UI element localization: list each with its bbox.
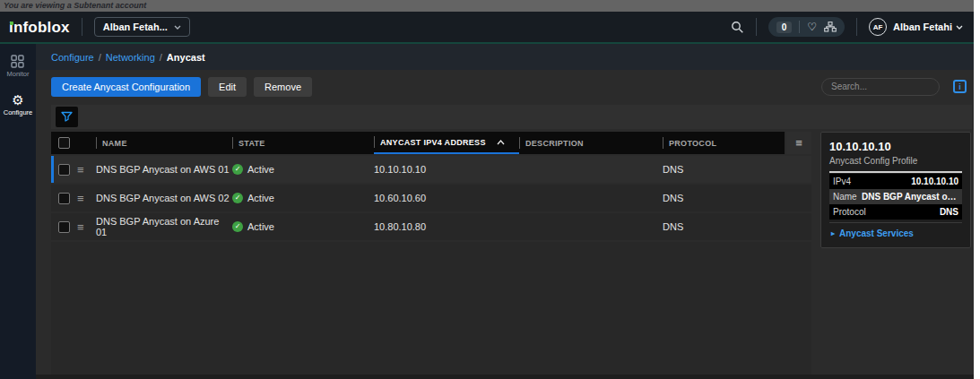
logo-green-dot: [10, 22, 13, 25]
notification-count-badge[interactable]: 0: [776, 22, 793, 33]
row-controls-cell: ≡: [51, 185, 96, 211]
row-menu-icon[interactable]: ≡: [77, 164, 84, 176]
table-body: ≡ DNS BGP Anycast on AWS 01 ✓ Active 10.…: [51, 156, 811, 240]
cell-description: [519, 156, 663, 183]
main-content: Configure / Networking / Anycast Create …: [36, 44, 974, 379]
user-name: Alban Fetahi: [893, 22, 952, 32]
detail-field-ipv4: IPv4 10.10.10.10: [829, 174, 962, 189]
cell-description: [519, 213, 663, 240]
cell-ipv4: 10.10.10.10: [374, 156, 519, 183]
bottom-strip: [36, 375, 974, 379]
subtenant-banner: You are viewing a Subtenant account: [0, 0, 974, 12]
table-row[interactable]: ≡ DNS BGP Anycast on AWS 02 ✓ Active 10.…: [51, 185, 811, 211]
header-divider: [856, 18, 857, 36]
create-anycast-configuration-button[interactable]: Create Anycast Configuration: [51, 77, 201, 97]
cell-state: ✓ Active: [232, 213, 374, 240]
table-empty-area: [51, 242, 811, 375]
user-menu-chevron-icon[interactable]: [956, 25, 963, 30]
column-header-anycast-ipv4-address[interactable]: ANYCAST IPV4 ADDRESS: [374, 132, 519, 154]
detail-panel-divider: [829, 171, 962, 173]
cell-protocol: DNS: [663, 156, 811, 183]
header-divider: [756, 18, 757, 36]
detail-panel-title: 10.10.10.10: [829, 140, 962, 153]
cell-ipv4: 10.80.10.80: [374, 213, 519, 240]
row-menu-icon[interactable]: ≡: [77, 221, 84, 233]
select-all-checkbox[interactable]: [58, 137, 70, 149]
row-controls-cell: ≡: [51, 156, 96, 183]
app-window: You are viewing a Subtenant account info…: [0, 0, 974, 379]
row-menu-icon[interactable]: ≡: [77, 193, 84, 204]
favorites-heart-icon[interactable]: ♡: [807, 22, 817, 32]
cell-state: ✓ Active: [232, 185, 374, 211]
table-row[interactable]: ≡ DNS BGP Anycast on Azure 01 ✓ Active 1…: [51, 213, 811, 240]
filter-bar: [51, 105, 972, 129]
active-status-icon: ✓: [232, 221, 243, 232]
account-switcher-button[interactable]: Alban Fetah...: [94, 17, 190, 37]
filter-button[interactable]: [56, 107, 78, 127]
info-icon[interactable]: i: [953, 80, 967, 93]
chevron-down-icon: [174, 25, 181, 30]
column-header-description[interactable]: DESCRIPTION: [519, 132, 663, 154]
user-avatar[interactable]: AF: [869, 18, 887, 36]
cell-name: DNS BGP Anycast on Azure 01: [96, 213, 232, 240]
expander-triangle-icon: ▸: [831, 230, 835, 237]
active-status-icon: ✓: [232, 193, 243, 203]
sitemap-icon[interactable]: [824, 22, 837, 32]
row-checkbox[interactable]: [58, 164, 70, 176]
table-header-row: NAME STATE ANYCAST IPV4 ADDRESS DESCRIPT…: [51, 132, 811, 154]
pill-divider: [799, 21, 800, 33]
column-settings-button[interactable]: ≡: [786, 132, 811, 154]
anycast-table: NAME STATE ANYCAST IPV4 ADDRESS DESCRIPT…: [51, 132, 811, 375]
subtenant-banner-text: You are viewing a Subtenant account: [4, 1, 146, 10]
funnel-icon: [61, 111, 73, 123]
action-toolbar: Create Anycast Configuration Edit Remove…: [36, 70, 974, 103]
header-divider: [82, 18, 82, 36]
column-header-protocol[interactable]: PROTOCOL: [663, 132, 785, 154]
breadcrumb-separator: /: [160, 52, 162, 63]
detail-panel-subtitle: Anycast Config Profile: [829, 156, 962, 166]
app-body: Monitor ⚙ Configure Configure / Networki…: [0, 44, 974, 379]
cell-description: [519, 185, 663, 211]
table-row[interactable]: ≡ DNS BGP Anycast on AWS 01 ✓ Active 10.…: [51, 156, 811, 183]
sidebar-nav: Monitor ⚙ Configure: [0, 44, 36, 379]
cell-state: ✓ Active: [232, 156, 374, 183]
gear-icon: ⚙: [12, 93, 23, 107]
column-header-state[interactable]: STATE: [232, 132, 374, 154]
breadcrumb-networking[interactable]: Networking: [106, 52, 155, 63]
search-input[interactable]: [821, 78, 940, 96]
detail-panel: 10.10.10.10 Anycast Config Profile IPv4 …: [820, 132, 971, 248]
active-status-icon: ✓: [232, 164, 243, 175]
app-header: infoblox Alban Fetah... 0 ♡ AF Alban Fet…: [0, 12, 974, 44]
cell-name: DNS BGP Anycast on AWS 02: [96, 185, 232, 211]
edit-button[interactable]: Edit: [208, 77, 247, 97]
sidebar-item-monitor[interactable]: Monitor: [6, 55, 29, 78]
row-checkbox[interactable]: [58, 193, 70, 204]
search-icon[interactable]: [731, 21, 744, 34]
detail-field-protocol: Protocol DNS: [829, 204, 962, 220]
remove-button[interactable]: Remove: [254, 77, 312, 97]
header-icon-group: 0 ♡: [768, 17, 845, 37]
row-checkbox[interactable]: [58, 221, 70, 233]
cell-protocol: DNS: [663, 213, 811, 240]
detail-panel-fields: IPv4 10.10.10.10 Name DNS BGP Anycast on…: [829, 174, 962, 220]
breadcrumb: Configure / Networking / Anycast: [36, 44, 974, 70]
header-checkbox-cell: [51, 132, 96, 154]
table-header: NAME STATE ANYCAST IPV4 ADDRESS DESCRIPT…: [51, 132, 785, 154]
breadcrumb-configure[interactable]: Configure: [51, 52, 94, 63]
sidebar-item-configure[interactable]: ⚙ Configure: [4, 93, 33, 116]
breadcrumb-anycast: Anycast: [167, 52, 205, 63]
sort-ascending-icon: [497, 140, 505, 145]
content-row: NAME STATE ANYCAST IPV4 ADDRESS DESCRIPT…: [51, 132, 972, 375]
cell-ipv4: 10.60.10.60: [374, 185, 519, 211]
row-controls-cell: ≡: [51, 213, 96, 240]
breadcrumb-separator: /: [99, 52, 101, 63]
detail-field-name: Name DNS BGP Anycast on A...: [829, 189, 962, 204]
cell-name: DNS BGP Anycast on AWS 01: [96, 156, 232, 183]
anycast-services-expander[interactable]: ▸ Anycast Services: [829, 222, 962, 240]
infoblox-logo: infoblox: [9, 20, 70, 35]
hamburger-icon: ≡: [795, 136, 802, 150]
column-header-name[interactable]: NAME: [96, 132, 232, 154]
cell-protocol: DNS: [663, 185, 811, 211]
grid-icon: [11, 55, 24, 68]
